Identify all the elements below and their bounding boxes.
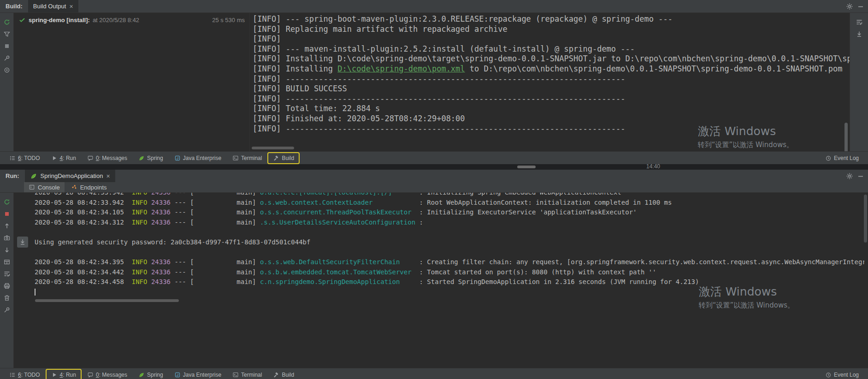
settings-gear-icon[interactable] <box>846 172 853 180</box>
arrow-down-button[interactable] <box>1 244 12 255</box>
statusbar-right: Event Log <box>821 370 863 379</box>
statusbar-item-event-log[interactable]: Event Log <box>821 153 863 163</box>
trash-button[interactable] <box>1 292 12 303</box>
statusbar-item-build[interactable]: Build <box>268 153 299 163</box>
statusbar-item-6-todo[interactable]: 6: TODO <box>5 153 45 163</box>
timestamp: 2020-05-28 08:42:34.442 <box>35 268 132 276</box>
scroll-end-button[interactable] <box>854 29 865 40</box>
tab-spring-demo-application[interactable]: SpringDemoApplication × <box>25 170 115 182</box>
timestamp: 2020-05-28 08:42:34.458 <box>35 278 132 285</box>
logger-name: o.a.c.c.C.[Tomcat].[localhost].[/] <box>260 193 415 196</box>
settings-gear-icon[interactable] <box>846 3 853 10</box>
build-statusbar: 6: TODO4: Run0: MessagesSpringJava Enter… <box>0 151 868 164</box>
rerun-green-icon <box>3 198 11 206</box>
build-tree-panel: spring-demo [install]: at 2020/5/28 8:42… <box>14 13 250 151</box>
soft-wrap-button[interactable] <box>854 17 865 28</box>
gap <box>147 193 151 196</box>
camera-button[interactable] <box>1 232 12 243</box>
pin-icon <box>3 54 11 62</box>
rerun-green-button[interactable] <box>1 17 12 28</box>
stop-red-button[interactable] <box>1 208 12 219</box>
statusbar-item-java-enterprise[interactable]: Java Enterprise <box>170 370 226 379</box>
run-window-header: Run: SpringDemoApplication × <box>0 170 868 183</box>
statusbar-item-6-todo[interactable]: 6: TODO <box>5 370 45 379</box>
stop-gray-icon <box>3 42 11 50</box>
build-log-line: [INFO] Finished at: 2020-05-28T08:42:29+… <box>253 114 850 124</box>
print-button[interactable] <box>1 280 12 291</box>
run-log-line: Using generated security password: 2a0cb… <box>35 237 864 248</box>
run-log-line <box>35 287 864 297</box>
rerun-green-button[interactable] <box>1 196 12 207</box>
hide-window-icon[interactable] <box>857 3 864 10</box>
tab-label: SpringDemoApplication <box>41 172 103 179</box>
terminal-icon <box>232 155 239 161</box>
thread: --- [ main] <box>171 268 260 276</box>
close-tab-icon[interactable]: × <box>106 173 110 179</box>
todo-icon <box>9 372 16 378</box>
text-caret <box>35 289 35 296</box>
statusbar-item-java-enterprise[interactable]: Java Enterprise <box>170 153 226 163</box>
inspect-icon <box>3 66 11 74</box>
soft-wrap-button[interactable] <box>1 268 12 279</box>
run-log-line: 2020-05-28 08:42:34.312 INFO 24336 --- [… <box>35 218 864 228</box>
tab-endpoints[interactable]: Endpoints <box>66 182 112 192</box>
tab-label: Console <box>38 184 60 191</box>
build-console[interactable]: [INFO] --- spring-boot-maven-plugin:2.3.… <box>250 13 850 151</box>
filter-icon <box>3 30 11 38</box>
run-left-toolbar <box>0 193 14 368</box>
stop-gray-button[interactable] <box>1 41 12 52</box>
timestamp: 2020-05-28 08:42:34.105 <box>35 208 132 216</box>
run-console[interactable]: 2020-05-28 08:42:33.942 INFO 24336 --- [… <box>14 193 864 368</box>
pin-button[interactable] <box>1 304 12 315</box>
package-button[interactable] <box>1 256 12 267</box>
log-level: INFO <box>132 258 148 266</box>
statusbar-item-4-run[interactable]: 4: Run <box>47 370 81 379</box>
build-task-duration: 25 s 530 ms <box>212 17 245 24</box>
run-log-line: 2020-05-28 08:42:33.942 INFO 24336 --- [… <box>35 193 864 198</box>
logger-name: o.s.web.context.ContextLoader <box>260 199 415 206</box>
build-horizontal-scrollbar[interactable] <box>252 147 294 149</box>
hide-window-icon[interactable] <box>857 172 864 180</box>
statusbar-item-4-run[interactable]: 4: Run <box>47 153 81 163</box>
statusbar-item-spring[interactable]: Spring <box>134 153 168 163</box>
close-tab-icon[interactable]: × <box>69 3 73 10</box>
statusbar-item-spring[interactable]: Spring <box>134 370 168 379</box>
run-horizontal-scrollbar[interactable] <box>35 299 179 302</box>
scroll-end-button[interactable] <box>17 237 28 248</box>
thread: --- [ main] <box>171 278 260 285</box>
statusbar-item-terminal[interactable]: Terminal <box>228 370 266 379</box>
inspect-button[interactable] <box>1 65 12 76</box>
log-text: [INFO] --- maven-install-plugin:2.5.2:in… <box>253 44 635 53</box>
timestamp: 2020-05-28 08:42:34.312 <box>35 219 132 226</box>
build-vertical-scrollbar[interactable] <box>844 123 848 153</box>
statusbar-item-terminal[interactable]: Terminal <box>228 153 266 163</box>
build-tree-row[interactable]: spring-demo [install]: at 2020/5/28 8:42… <box>18 16 245 24</box>
statusbar-item-0-messages[interactable]: 0: Messages <box>83 153 132 163</box>
filter-button[interactable] <box>1 29 12 40</box>
build-log-line: [INFO] Total time: 22.884 s <box>253 104 850 114</box>
spring-icon <box>138 372 145 378</box>
trash-icon <box>3 294 11 302</box>
arrow-up-button[interactable] <box>1 220 12 231</box>
messages-icon <box>87 372 94 378</box>
build-log-line: [INFO] BUILD SUCCESS <box>253 84 850 94</box>
logger-name: o.s.s.web.DefaultSecurityFilterChain <box>260 258 415 266</box>
statusbar-item-event-log[interactable]: Event Log <box>821 370 863 379</box>
eventlog-icon <box>825 155 832 161</box>
pin-button[interactable] <box>1 53 12 64</box>
tab-build-output[interactable]: Build Output × <box>28 0 78 12</box>
build-log-line: [INFO] ---------------------------------… <box>253 94 850 104</box>
mnemonic: 0 <box>96 155 99 161</box>
statusbar-items: 6: TODO4: Run0: MessagesSpringJava Enter… <box>5 153 821 163</box>
tab-console[interactable]: Console <box>24 182 65 192</box>
pom-file-link[interactable]: D:\code\spring-demo\pom.xml <box>337 64 465 73</box>
run-vertical-scrollbar[interactable] <box>864 195 867 243</box>
run-subtabs: ConsoleEndpoints <box>0 182 868 193</box>
statusbar-item-build[interactable]: Build <box>268 370 299 379</box>
thread: --- [ main] <box>171 199 260 206</box>
statusbar-item-0-messages[interactable]: 0: Messages <box>83 370 132 379</box>
log-text: [INFO] BUILD SUCCESS <box>253 84 347 93</box>
scroll-end-icon <box>856 30 863 38</box>
mnemonic: 6 <box>18 372 21 378</box>
log-message: : Initializing Spring embedded WebApplic… <box>415 193 621 196</box>
